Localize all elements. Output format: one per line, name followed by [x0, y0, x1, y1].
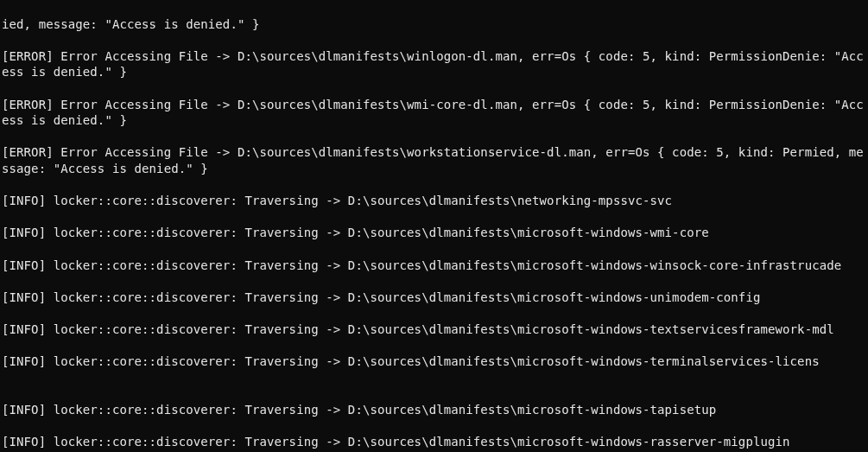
log-line: [INFO] locker::core::discoverer: Travers… — [2, 225, 868, 241]
log-line: [INFO] locker::core::discoverer: Travers… — [2, 290, 868, 306]
log-line: [INFO] locker::core::discoverer: Travers… — [2, 321, 868, 338]
log-line: [INFO] locker::core::discoverer: Travers… — [2, 258, 868, 274]
log-line: [INFO] locker::core::discoverer: Travers… — [2, 434, 868, 450]
log-line: [INFO] locker::core::discoverer: Travers… — [2, 353, 868, 370]
terminal-output[interactable]: ied, message: "Access is denied." } [ERR… — [0, 0, 868, 452]
log-line: [INFO] locker::core::discoverer: Travers… — [2, 193, 868, 209]
log-line: ied, message: "Access is denied." } — [2, 16, 868, 33]
log-line: [ERROR] Error Accessing File -> D:\sourc… — [2, 97, 868, 129]
log-line: [ERROR] Error Accessing File -> D:\sourc… — [2, 48, 868, 80]
log-line: [ERROR] Error Accessing File -> D:\sourc… — [2, 144, 868, 176]
log-line: [INFO] locker::core::discoverer: Travers… — [2, 402, 868, 418]
